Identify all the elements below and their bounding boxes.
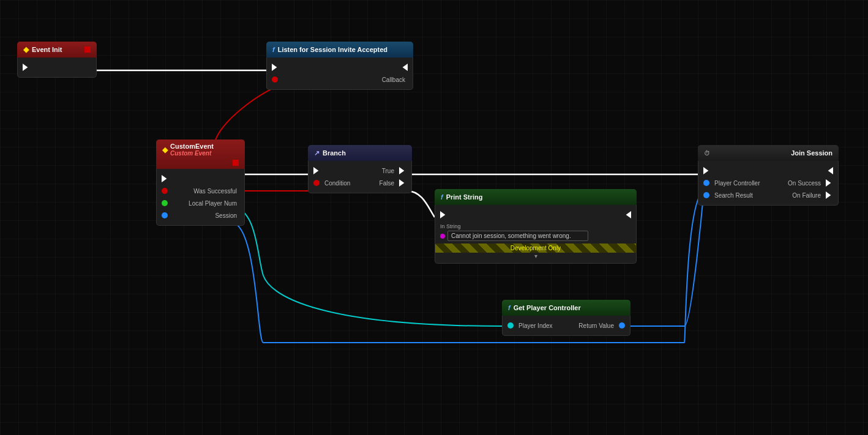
print-string-node[interactable]: f Print String In String Development O: [435, 189, 637, 264]
event-init-body: [17, 58, 97, 78]
branch-condition-row: Condition False: [309, 177, 411, 189]
was-successful-row: Was Successful: [157, 185, 244, 197]
listen-title: Listen for Session Invite Accepted: [278, 46, 387, 53]
branch-title: Branch: [323, 149, 346, 157]
custom-event-subtitle: Custom Event: [170, 150, 214, 157]
on-success-pin[interactable]: [826, 179, 833, 187]
custom-event-indicator: [233, 160, 239, 166]
print-header: f Print String: [435, 189, 637, 205]
listen-exec-out[interactable]: [400, 64, 408, 71]
event-init-header: ◆ Event Init: [17, 42, 97, 58]
condition-pin[interactable]: [313, 180, 320, 186]
false-label: False: [380, 180, 394, 187]
was-successful-pin[interactable]: [162, 188, 168, 194]
session-label: Session: [215, 212, 237, 219]
join-exec-row: [698, 165, 838, 177]
branch-exec-row: True: [309, 165, 411, 177]
listen-header: f Listen for Session Invite Accepted: [266, 42, 413, 58]
custom-event-title: CustomEvent: [170, 143, 214, 150]
branch-icon: ↗: [314, 149, 320, 157]
on-failure-label: On Failure: [792, 192, 821, 199]
dev-only-label: Development Only: [511, 245, 561, 251]
branch-header: ↗ Branch: [308, 145, 412, 161]
event-init-exec-row: [18, 61, 96, 73]
print-exec-out[interactable]: [624, 211, 631, 218]
on-failure-pin[interactable]: [826, 191, 833, 199]
dev-only-bar: Development Only: [435, 244, 636, 253]
branch-exec-false[interactable]: [399, 179, 406, 187]
in-string-pin[interactable]: [440, 234, 445, 239]
join-session-title: Join Session: [791, 149, 832, 157]
return-value-label: Return Value: [578, 322, 614, 329]
branch-node[interactable]: ↗ Branch True Condition False: [308, 145, 412, 193]
connection-lines: [0, 0, 868, 435]
search-result-label: Search Result: [714, 192, 753, 199]
condition-label: Condition: [324, 180, 350, 187]
event-init-pin: [84, 46, 91, 53]
get-player-func-icon: f: [508, 304, 511, 311]
print-body: In String Development Only ▾: [435, 205, 637, 264]
session-row: Session: [157, 209, 244, 221]
callback-pin[interactable]: [272, 76, 278, 83]
print-func-icon: f: [441, 193, 443, 201]
get-player-controller-node[interactable]: f Get Player Controller Player Index Ret…: [502, 300, 630, 336]
func-icon: f: [272, 46, 275, 53]
custom-event-header: ◆ CustomEvent Custom Event: [156, 139, 245, 169]
listen-session-node[interactable]: f Listen for Session Invite Accepted Cal…: [266, 42, 413, 90]
join-session-node[interactable]: ⏱ Join Session Player Controller On Succ…: [698, 145, 839, 206]
branch-exec-true[interactable]: [399, 167, 406, 174]
blueprint-canvas: ◆ Event Init f Listen for Session Invite…: [0, 0, 868, 435]
print-exec-in[interactable]: [440, 211, 447, 218]
get-player-header: f Get Player Controller: [502, 300, 630, 316]
print-title: Print String: [446, 193, 483, 201]
callback-label: Callback: [382, 76, 405, 83]
player-controller-label: Player Controller: [714, 180, 760, 187]
print-exec-row: [435, 209, 636, 221]
search-result-row: Search Result On Failure: [698, 189, 838, 201]
join-exec-out[interactable]: [826, 167, 833, 174]
in-string-label: In String: [440, 223, 588, 229]
listen-exec-row: [267, 61, 413, 73]
join-session-header: ⏱ Join Session: [698, 145, 839, 161]
listen-callback-row: Callback: [267, 73, 413, 86]
custom-event-exec-row: [157, 173, 244, 185]
branch-body: True Condition False: [308, 161, 412, 193]
custom-event-exec-out[interactable]: [162, 175, 169, 182]
player-index-pin[interactable]: [507, 322, 514, 329]
event-init-title: Event Init: [32, 46, 62, 53]
player-index-row: Player Index Return Value: [503, 319, 630, 332]
player-index-label: Player Index: [518, 322, 553, 329]
was-successful-label: Was Successful: [193, 188, 237, 195]
player-controller-row: Player Controller On Success: [698, 177, 838, 189]
join-exec-in[interactable]: [703, 167, 711, 174]
listen-body: Callback: [266, 58, 413, 90]
local-player-num-pin[interactable]: [162, 200, 168, 206]
branch-exec-in[interactable]: [313, 167, 321, 174]
custom-event-icon: ◆: [162, 146, 168, 154]
exec-out-pin[interactable]: [23, 64, 30, 71]
join-session-body: Player Controller On Success Search Resu…: [698, 161, 839, 206]
local-player-num-label: Local Player Num: [189, 200, 237, 207]
join-session-icon: ⏱: [704, 150, 710, 157]
in-string-row: In String: [435, 221, 636, 244]
player-controller-in-pin[interactable]: [703, 180, 709, 186]
event-init-node[interactable]: ◆ Event Init: [17, 42, 97, 78]
true-label: True: [382, 168, 394, 174]
return-value-pin[interactable]: [619, 322, 625, 329]
on-success-label: On Success: [788, 180, 821, 187]
session-pin[interactable]: [162, 212, 168, 218]
get-player-body: Player Index Return Value: [502, 316, 630, 336]
event-icon: ◆: [23, 45, 29, 54]
search-result-pin[interactable]: [703, 192, 709, 198]
custom-event-node[interactable]: ◆ CustomEvent Custom Event Was Successfu…: [156, 139, 245, 226]
custom-event-body: Was Successful Local Player Num Session: [156, 169, 245, 226]
expand-button[interactable]: ▾: [435, 253, 636, 259]
local-player-num-row: Local Player Num: [157, 197, 244, 209]
in-string-input[interactable]: [447, 231, 588, 241]
listen-exec-in[interactable]: [272, 64, 279, 71]
get-player-title: Get Player Controller: [514, 304, 581, 311]
